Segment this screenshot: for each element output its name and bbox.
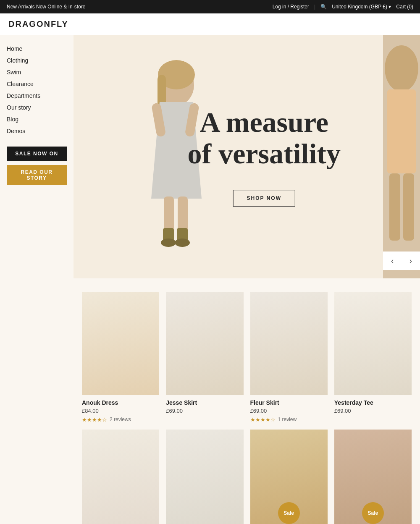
region-selector[interactable]: United Kingdom (GBP £) ▾ — [332, 4, 391, 10]
hero-side-model — [383, 35, 420, 278]
review-count: 1 review — [278, 417, 297, 422]
search-icon[interactable]: 🔍 — [320, 4, 327, 10]
product-rating: ★★★★☆ 1 review — [250, 417, 328, 423]
announcement: New Arrivals Now Online & In-store — [7, 4, 85, 10]
sidebar-nav: Home Clothing Swim Clearance Departments… — [7, 43, 67, 136]
sidebar: Home Clothing Swim Clearance Departments… — [0, 35, 74, 278]
product-card-2[interactable]: Jesse Skirt £69.00 — [166, 292, 243, 423]
shop-now-button[interactable]: SHOP NOW — [233, 190, 295, 207]
product-price: £69.00 — [334, 408, 412, 414]
hero-prev-button[interactable]: ‹ — [383, 252, 402, 270]
review-count: 2 reviews — [110, 417, 131, 422]
sidebar-item-swim[interactable]: Swim — [7, 67, 67, 78]
product-card-3[interactable]: Fleur Skirt £69.00 ★★★★☆ 1 review — [250, 292, 328, 423]
hero-next-button[interactable]: › — [402, 252, 420, 270]
main-layout: Home Clothing Swim Clearance Departments… — [0, 35, 420, 278]
product-image: Sale — [250, 430, 328, 524]
hero-text: A measure of versatility SHOP NOW — [188, 107, 341, 207]
product-price: £69.00 — [166, 408, 243, 414]
sidebar-item-clothing[interactable]: Clothing — [7, 55, 67, 66]
product-name: Yesterday Tee — [334, 399, 412, 406]
stars-icon: ★★★★☆ — [250, 417, 276, 423]
stars-icon: ★★★★☆ — [82, 417, 107, 423]
sale-button[interactable]: SALE NOW ON — [7, 147, 67, 161]
sidebar-item-departments[interactable]: Departments — [7, 90, 67, 101]
product-image — [166, 430, 243, 524]
hero-title-line2: of versatility — [188, 138, 341, 170]
product-rating: ★★★★☆ 2 reviews — [82, 417, 159, 423]
hero-navigation: ‹ › — [383, 252, 420, 270]
product-card-5[interactable] — [82, 430, 159, 524]
svg-rect-16 — [403, 173, 414, 241]
svg-rect-14 — [387, 89, 416, 173]
product-image — [166, 292, 243, 395]
hero-section: A measure of versatility SHOP NOW ‹ › — [74, 35, 420, 278]
product-price: £84.00 — [82, 408, 159, 414]
product-card-6[interactable] — [166, 430, 243, 524]
product-image — [82, 430, 159, 524]
sidebar-item-home[interactable]: Home — [7, 43, 67, 54]
products-section: Anouk Dress £84.00 ★★★★☆ 2 reviews Jesse… — [74, 278, 420, 524]
hero-title-line1: A measure — [188, 107, 341, 138]
sidebar-item-blog[interactable]: Blog — [7, 114, 67, 125]
login-link[interactable]: Log in / Register — [273, 4, 309, 10]
product-price: £69.00 — [250, 408, 328, 414]
top-bar-right: Log in / Register | 🔍 United Kingdom (GB… — [273, 4, 413, 10]
chevron-down-icon: ▾ — [388, 4, 391, 10]
product-image — [334, 292, 412, 395]
read-story-button[interactable]: READ OUR STORY — [7, 165, 67, 185]
header: DRAGONFLY — [0, 13, 420, 35]
product-name: Anouk Dress — [82, 399, 159, 406]
product-card-1[interactable]: Anouk Dress £84.00 ★★★★☆ 2 reviews — [82, 292, 159, 423]
product-card-8[interactable]: Sale — [334, 430, 412, 524]
top-bar: New Arrivals Now Online & In-store Log i… — [0, 0, 420, 13]
sidebar-item-clearance[interactable]: Clearance — [7, 79, 67, 89]
svg-point-10 — [161, 238, 176, 247]
divider: | — [314, 4, 315, 10]
product-card-7[interactable]: Sale — [250, 430, 328, 524]
cart-link[interactable]: Cart (0) — [396, 4, 413, 10]
product-name: Fleur Skirt — [250, 399, 328, 406]
sidebar-item-our-story[interactable]: Our story — [7, 102, 67, 113]
sale-badge: Sale — [278, 502, 300, 524]
sale-badge: Sale — [362, 502, 384, 524]
product-image: Sale — [334, 430, 412, 524]
sidebar-item-demos[interactable]: Demos — [7, 126, 67, 136]
svg-rect-15 — [389, 173, 400, 241]
svg-point-13 — [385, 45, 418, 92]
svg-point-11 — [175, 238, 190, 247]
hero-cta-wrapper: SHOP NOW — [188, 180, 341, 207]
product-image — [82, 292, 159, 395]
product-name: Jesse Skirt — [166, 399, 243, 406]
logo[interactable]: DRAGONFLY — [8, 19, 68, 29]
product-card-4[interactable]: Yesterday Tee £69.00 — [334, 292, 412, 423]
products-grid: Anouk Dress £84.00 ★★★★☆ 2 reviews Jesse… — [82, 292, 412, 524]
product-image — [250, 292, 328, 395]
